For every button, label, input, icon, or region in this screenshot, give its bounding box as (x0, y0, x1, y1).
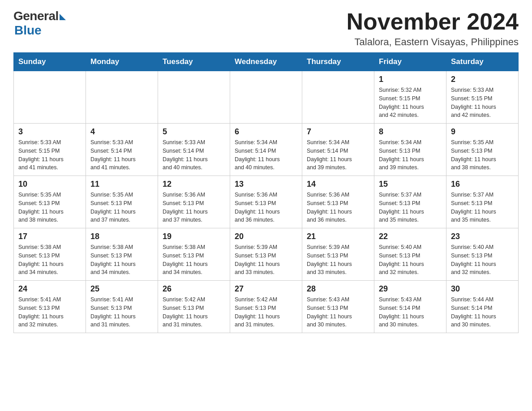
day-info: Sunrise: 5:33 AM Sunset: 5:14 PM Dayligh… (163, 138, 225, 172)
calendar-cell: 26Sunrise: 5:42 AM Sunset: 5:13 PM Dayli… (158, 281, 230, 333)
day-number: 10 (18, 180, 81, 189)
logo-arrow-icon (60, 14, 66, 20)
day-info: Sunrise: 5:43 AM Sunset: 5:13 PM Dayligh… (307, 295, 369, 329)
month-title: November 2024 (347, 9, 519, 34)
day-info: Sunrise: 5:37 AM Sunset: 5:13 PM Dayligh… (379, 191, 442, 224)
day-number: 16 (451, 180, 514, 189)
day-number: 12 (163, 180, 225, 189)
day-info: Sunrise: 5:41 AM Sunset: 5:13 PM Dayligh… (90, 295, 153, 329)
calendar-cell: 7Sunrise: 5:34 AM Sunset: 5:14 PM Daylig… (302, 124, 374, 176)
calendar-cell: 21Sunrise: 5:39 AM Sunset: 5:13 PM Dayli… (302, 228, 374, 281)
calendar-table: SundayMondayTuesdayWednesdayThursdayFrid… (13, 52, 519, 333)
day-number: 13 (235, 180, 297, 189)
calendar-cell: 8Sunrise: 5:34 AM Sunset: 5:13 PM Daylig… (374, 124, 446, 176)
day-number: 5 (163, 127, 225, 137)
logo-blue-text: Blue (14, 23, 42, 37)
day-number: 8 (379, 127, 442, 137)
calendar-week-row: 24Sunrise: 5:41 AM Sunset: 5:13 PM Dayli… (14, 281, 519, 333)
day-number: 23 (451, 232, 514, 241)
day-info: Sunrise: 5:36 AM Sunset: 5:13 PM Dayligh… (307, 191, 369, 224)
calendar-cell (230, 71, 302, 124)
column-header-sunday: Sunday (14, 53, 86, 71)
calendar-cell: 29Sunrise: 5:43 AM Sunset: 5:14 PM Dayli… (374, 281, 446, 333)
day-number: 30 (451, 284, 514, 294)
day-number: 9 (451, 127, 514, 137)
calendar-cell: 13Sunrise: 5:36 AM Sunset: 5:13 PM Dayli… (230, 176, 302, 228)
day-info: Sunrise: 5:33 AM Sunset: 5:14 PM Dayligh… (90, 138, 153, 172)
day-info: Sunrise: 5:35 AM Sunset: 5:13 PM Dayligh… (451, 138, 514, 172)
day-number: 2 (451, 75, 514, 84)
day-info: Sunrise: 5:33 AM Sunset: 5:15 PM Dayligh… (451, 86, 514, 120)
page-header: General Blue November 2024 Talalora, Eas… (13, 9, 519, 48)
day-number: 6 (235, 127, 297, 137)
day-info: Sunrise: 5:34 AM Sunset: 5:13 PM Dayligh… (379, 138, 442, 172)
day-number: 27 (235, 284, 297, 294)
day-info: Sunrise: 5:34 AM Sunset: 5:14 PM Dayligh… (235, 138, 297, 172)
day-info: Sunrise: 5:33 AM Sunset: 5:15 PM Dayligh… (18, 138, 81, 172)
day-number: 21 (307, 232, 369, 241)
calendar-cell: 19Sunrise: 5:38 AM Sunset: 5:13 PM Dayli… (158, 228, 230, 281)
calendar-cell: 30Sunrise: 5:44 AM Sunset: 5:14 PM Dayli… (446, 281, 519, 333)
calendar-cell: 24Sunrise: 5:41 AM Sunset: 5:13 PM Dayli… (14, 281, 86, 333)
calendar-cell: 20Sunrise: 5:39 AM Sunset: 5:13 PM Dayli… (230, 228, 302, 281)
calendar-cell: 9Sunrise: 5:35 AM Sunset: 5:13 PM Daylig… (446, 124, 519, 176)
day-number: 17 (18, 232, 81, 241)
day-info: Sunrise: 5:36 AM Sunset: 5:13 PM Dayligh… (163, 191, 225, 224)
day-number: 26 (163, 284, 225, 294)
day-number: 25 (90, 284, 153, 294)
calendar-week-row: 10Sunrise: 5:35 AM Sunset: 5:13 PM Dayli… (14, 176, 519, 228)
calendar-cell: 25Sunrise: 5:41 AM Sunset: 5:13 PM Dayli… (86, 281, 158, 333)
calendar-cell (14, 71, 86, 124)
calendar-cell: 6Sunrise: 5:34 AM Sunset: 5:14 PM Daylig… (230, 124, 302, 176)
title-section: November 2024 Talalora, Eastern Visayas,… (347, 9, 519, 48)
calendar-week-row: 3Sunrise: 5:33 AM Sunset: 5:15 PM Daylig… (14, 124, 519, 176)
logo: General Blue (13, 9, 66, 38)
column-header-monday: Monday (86, 53, 158, 71)
day-number: 15 (379, 180, 442, 189)
location-title: Talalora, Eastern Visayas, Philippines (347, 36, 519, 48)
calendar-cell: 3Sunrise: 5:33 AM Sunset: 5:15 PM Daylig… (14, 124, 86, 176)
day-number: 24 (18, 284, 81, 294)
day-info: Sunrise: 5:32 AM Sunset: 5:15 PM Dayligh… (379, 86, 442, 120)
day-info: Sunrise: 5:37 AM Sunset: 5:13 PM Dayligh… (451, 191, 514, 224)
day-number: 14 (307, 180, 369, 189)
day-info: Sunrise: 5:42 AM Sunset: 5:13 PM Dayligh… (235, 295, 297, 329)
calendar-week-row: 1Sunrise: 5:32 AM Sunset: 5:15 PM Daylig… (14, 71, 519, 124)
calendar-cell (86, 71, 158, 124)
day-info: Sunrise: 5:38 AM Sunset: 5:13 PM Dayligh… (18, 243, 81, 277)
day-info: Sunrise: 5:41 AM Sunset: 5:13 PM Dayligh… (18, 295, 81, 329)
calendar-cell (302, 71, 374, 124)
day-number: 29 (379, 284, 442, 294)
day-info: Sunrise: 5:40 AM Sunset: 5:13 PM Dayligh… (451, 243, 514, 277)
day-number: 1 (379, 75, 442, 84)
day-info: Sunrise: 5:43 AM Sunset: 5:14 PM Dayligh… (379, 295, 442, 329)
day-number: 3 (18, 127, 81, 137)
day-info: Sunrise: 5:40 AM Sunset: 5:13 PM Dayligh… (379, 243, 442, 277)
calendar-cell: 4Sunrise: 5:33 AM Sunset: 5:14 PM Daylig… (86, 124, 158, 176)
day-info: Sunrise: 5:39 AM Sunset: 5:13 PM Dayligh… (235, 243, 297, 277)
logo-general-text: General (13, 9, 59, 23)
column-header-tuesday: Tuesday (158, 53, 230, 71)
column-header-saturday: Saturday (446, 53, 519, 71)
calendar-cell: 12Sunrise: 5:36 AM Sunset: 5:13 PM Dayli… (158, 176, 230, 228)
day-info: Sunrise: 5:35 AM Sunset: 5:13 PM Dayligh… (90, 191, 153, 224)
calendar-cell: 14Sunrise: 5:36 AM Sunset: 5:13 PM Dayli… (302, 176, 374, 228)
calendar-cell (158, 71, 230, 124)
day-info: Sunrise: 5:38 AM Sunset: 5:13 PM Dayligh… (163, 243, 225, 277)
day-number: 28 (307, 284, 369, 294)
day-number: 18 (90, 232, 153, 241)
calendar-cell: 5Sunrise: 5:33 AM Sunset: 5:14 PM Daylig… (158, 124, 230, 176)
calendar-cell: 11Sunrise: 5:35 AM Sunset: 5:13 PM Dayli… (86, 176, 158, 228)
calendar-cell: 10Sunrise: 5:35 AM Sunset: 5:13 PM Dayli… (14, 176, 86, 228)
calendar-cell: 2Sunrise: 5:33 AM Sunset: 5:15 PM Daylig… (446, 71, 519, 124)
calendar-cell: 22Sunrise: 5:40 AM Sunset: 5:13 PM Dayli… (374, 228, 446, 281)
day-info: Sunrise: 5:42 AM Sunset: 5:13 PM Dayligh… (163, 295, 225, 329)
day-info: Sunrise: 5:35 AM Sunset: 5:13 PM Dayligh… (18, 191, 81, 224)
column-header-friday: Friday (374, 53, 446, 71)
column-header-wednesday: Wednesday (230, 53, 302, 71)
calendar-header-row: SundayMondayTuesdayWednesdayThursdayFrid… (14, 53, 519, 71)
calendar-cell: 28Sunrise: 5:43 AM Sunset: 5:13 PM Dayli… (302, 281, 374, 333)
day-number: 20 (235, 232, 297, 241)
calendar-cell: 18Sunrise: 5:38 AM Sunset: 5:13 PM Dayli… (86, 228, 158, 281)
day-info: Sunrise: 5:38 AM Sunset: 5:13 PM Dayligh… (90, 243, 153, 277)
